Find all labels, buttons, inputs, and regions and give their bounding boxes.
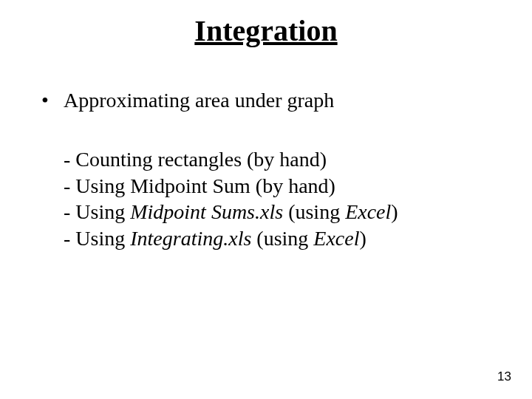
list-item-italic: Excel bbox=[313, 227, 359, 250]
list-item-text: (using bbox=[251, 227, 313, 250]
list-item-text: (using bbox=[283, 200, 345, 223]
slide: Integration • Approximating area under g… bbox=[0, 0, 532, 399]
list-item-text: - Using Midpoint Sum (by hand) bbox=[64, 174, 335, 197]
list-item-italic: Midpoint Sums.xls bbox=[130, 200, 283, 223]
list-item: - Using Midpoint Sums.xls (using Excel) bbox=[64, 199, 492, 225]
list-item: - Using Integrating.xls (using Excel) bbox=[64, 225, 492, 252]
list-item: - Using Midpoint Sum (by hand) bbox=[64, 173, 492, 200]
slide-title: Integration bbox=[0, 13, 532, 48]
sub-list: - Counting rectangles (by hand) - Using … bbox=[64, 146, 492, 252]
bullet-item: • Approximating area under graph bbox=[41, 87, 492, 114]
list-item-italic: Excel bbox=[345, 200, 391, 223]
page-number: 13 bbox=[497, 369, 511, 384]
list-item-text: ) bbox=[360, 227, 366, 250]
slide-body: • Approximating area under graph - Count… bbox=[41, 87, 492, 252]
list-item-text: - Using bbox=[64, 200, 130, 223]
list-item-italic: Integrating.xls bbox=[130, 227, 251, 250]
bullet-text: Approximating area under graph bbox=[64, 87, 492, 114]
list-item-text: ) bbox=[391, 200, 398, 223]
list-item-text: - Counting rectangles (by hand) bbox=[64, 148, 327, 171]
bullet-dot-icon: • bbox=[41, 87, 64, 114]
list-item-text: - Using bbox=[64, 227, 130, 250]
list-item: - Counting rectangles (by hand) bbox=[64, 146, 492, 173]
